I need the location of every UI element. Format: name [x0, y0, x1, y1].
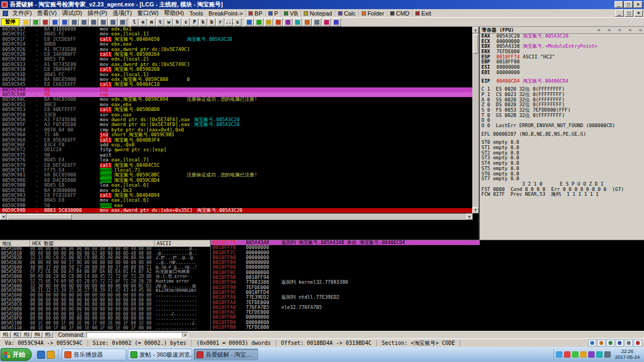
disasm-row[interactable]: 0059C975. 9Bwait [0, 153, 473, 158]
menu-shortcut-calc[interactable]: Calc [335, 10, 358, 17]
dump-pane[interactable]: 地址 HEX 数据 ASCII 005A500000 00 00 00 00 0… [0, 240, 210, 331]
plugin-9-button[interactable] [322, 18, 331, 26]
disasm-row[interactable]: 0059C938. E8 2BA9A8FFcall淘宝账号.00590268 [0, 67, 473, 72]
menu-Tools[interactable]: Tools [187, 10, 206, 17]
register-line[interactable]: EDI00000000 [480, 70, 644, 76]
disasm-row[interactable]: 0059C91F. E8 2CCDE6FFcall淘宝账号.00404650淘宝… [0, 37, 473, 42]
view-button-m[interactable]: m [148, 18, 156, 26]
registers-pane-button-4[interactable]: < [639, 27, 642, 33]
plugin-2-button[interactable] [254, 18, 264, 26]
taskbar-task-0[interactable]: 音乐播放器 [62, 349, 126, 360]
menu-shortcut-notepad[interactable]: Notepad [301, 10, 335, 17]
menu-shortcut-bp[interactable]: BP [245, 10, 265, 17]
close-button[interactable] [634, 339, 642, 346]
bookmark-button-m2[interactable]: M2 [12, 332, 21, 338]
menu-shortcut-folder[interactable]: Folder [358, 10, 387, 17]
tray-4-icon[interactable] [580, 351, 587, 358]
camera-button[interactable] [606, 339, 614, 346]
scroll-down-icon[interactable]: ▼ [472, 207, 479, 213]
disasm-row[interactable]: 0059C993. E8 FC81E6FFcall淘宝账号.00404B94 [0, 193, 473, 198]
menu-调试(D)[interactable]: 调试(D) [60, 9, 85, 17]
register-line[interactable]: FCW 027F Prec NEAR,53 掩码 1 1 1 1 1 1 [480, 192, 644, 197]
view-button-b[interactable]: b [208, 18, 216, 26]
disasm-row[interactable]: 0059C979. E8 DEFAE6FFcall淘宝账号.00404C5C [0, 163, 473, 168]
view-button-t[interactable]: t [156, 18, 164, 26]
plugin-4-button[interactable] [274, 18, 283, 26]
open-button[interactable] [21, 18, 31, 26]
disasm-row[interactable]: 0059C953. E8 80EFFFFFcall淘宝账号.0059D8D8 [0, 107, 473, 112]
menu-BreakPoint->[interactable]: BreakPoint-> [206, 10, 245, 17]
tray-6-icon[interactable] [596, 351, 603, 358]
step-over-button[interactable] [79, 18, 89, 26]
disasm-vertical-scrollbar[interactable]: ▲ ▼ [472, 27, 479, 213]
goto-button[interactable] [118, 18, 127, 26]
menu-shortcut-exit[interactable]: Exit [412, 10, 434, 17]
registers-pane-button-0[interactable]: < [597, 27, 600, 33]
menu-shortcut-vb[interactable]: VB [281, 10, 301, 17]
disasm-row[interactable]: 0059C96A. E8 85EAE6FFcall淘宝账号.0040B3F4 [0, 138, 473, 143]
view-button-r[interactable]: r [216, 18, 224, 26]
view-button-l[interactable]: l [130, 18, 138, 26]
tray-5-icon[interactable] [588, 351, 595, 358]
plugin-5-button[interactable] [283, 18, 292, 26]
scroll-left-icon[interactable]: ◀ [0, 213, 6, 220]
disasm-row[interactable]: 0059C917. BA 01000000movedx,0x1 [0, 27, 473, 32]
command-dropdown-icon[interactable]: ▼ [182, 333, 188, 337]
disasm-horizontal-scrollbar[interactable]: ◀ ▶ [0, 213, 473, 220]
mdi-minimize-button[interactable]: _ [615, 10, 624, 17]
window-close-button[interactable]: × [634, 1, 642, 8]
tray-7-icon[interactable] [604, 351, 611, 358]
view-button-s[interactable]: s [233, 18, 241, 26]
menu-查看(V)[interactable]: 查看(V) [34, 9, 60, 17]
mdi-close-button[interactable]: × [634, 10, 643, 17]
taskbar-clock[interactable]: 22:26 2017-05-24 [613, 349, 644, 360]
plugin-7-button[interactable] [303, 18, 312, 26]
view-button-w[interactable]: w [165, 18, 173, 26]
disasm-row[interactable]: 0059C986. 68 D4C85900push淘宝账号.0059C8D4 [0, 178, 473, 183]
pen-button[interactable] [597, 339, 605, 346]
restart-button[interactable] [31, 18, 40, 26]
menu-插件(P)[interactable]: 插件(P) [85, 9, 110, 17]
taskbar-task-2[interactable]: 吾爱破解 - 淘宝... [194, 349, 258, 360]
bookmark-button-m4[interactable]: M4 [33, 332, 42, 338]
plugin-1-button[interactable] [245, 18, 254, 26]
disasm-row[interactable]: 0059C94A 90nop [0, 87, 473, 92]
scroll-right-icon[interactable]: ▶ [466, 213, 473, 220]
close-button[interactable] [41, 18, 50, 26]
menu-文件(F)[interactable]: 文件(F) [10, 9, 34, 17]
view-button-k[interactable]: k [199, 18, 207, 26]
quicklaunch-media-icon[interactable] [47, 351, 55, 359]
bookmark-button-m3[interactable]: M3 [22, 332, 32, 338]
disasm-row[interactable]: 0059C92B. E8 34A9B8FFcall淘宝账号.00590264 [0, 52, 473, 57]
settings-button[interactable] [625, 339, 633, 346]
registers-pane[interactable]: 寄存器 (FPU) <<<<< EAX005A3C20淘宝账号.005A3C20… [479, 27, 644, 240]
plugin-10-button[interactable] [332, 18, 341, 26]
registers-pane-button-3[interactable]: < [628, 27, 631, 33]
disasm-row[interactable]: 0059C96F. 83C4 F8addesp,-0x8 [0, 143, 473, 147]
tray-2-icon[interactable] [564, 351, 570, 358]
disasm-row[interactable]: 0059C998. 8B45 E8moveax,[local.6] [0, 198, 473, 203]
step-into-button[interactable] [70, 18, 79, 26]
window-minimize-button[interactable]: _ [614, 1, 623, 8]
taskbar-task-1[interactable]: 发帖 - 360极速浏览... [128, 349, 192, 360]
bookmark-button-m1[interactable]: M1 [1, 332, 11, 338]
disasm-row[interactable]: 0059C99D. 8B83 5C030000moveax,dword ptr … [0, 208, 473, 213]
run-button[interactable] [50, 18, 60, 26]
scroll-thumb[interactable] [473, 34, 478, 54]
menu-shortcut-p[interactable]: P [265, 10, 281, 17]
view-button-c[interactable]: c [182, 18, 190, 26]
pause-button[interactable] [60, 18, 69, 26]
quicklaunch-browser-icon[interactable] [37, 351, 45, 359]
disassembly-pane[interactable]: 0059C917. BA 01000000movedx,0x10059C91C.… [0, 27, 479, 240]
start-button[interactable]: 开始 [1, 348, 32, 361]
stack-pane[interactable]: 0018FF74005A4348返回到 淘宝账号.005A4348 来自 淘宝账… [210, 240, 644, 331]
scroll-thumb-horizontal[interactable] [8, 214, 72, 219]
view-button-e[interactable]: e [139, 18, 147, 26]
register-line[interactable]: EIP00406CD4淘宝账号.00406CD4 [480, 79, 644, 84]
window-maximize-button[interactable]: □ [624, 1, 633, 8]
stack-row[interactable]: 0018FFB87EFDE000 [211, 325, 480, 330]
plugin-3-button[interactable] [264, 18, 273, 26]
disasm-row[interactable]: 0059C964. 8078 04 00cmpbyte ptr ds:[eax+… [0, 128, 473, 132]
tray-1-icon[interactable] [556, 351, 562, 358]
disasm-row[interactable]: 0059C972. DD1C24fstpqword ptr ss:[esp] [0, 147, 473, 152]
